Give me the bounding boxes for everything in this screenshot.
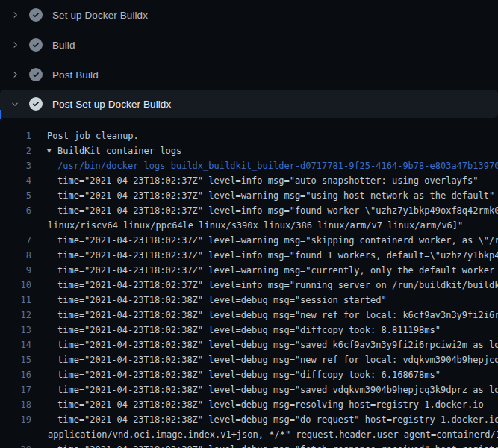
steps-list: Set up Docker Buildx Build [0,0,498,118]
line-number-link[interactable]: 5 [0,188,31,203]
line-number-link[interactable]: 9 [0,263,31,278]
line-number-link[interactable]: 2 [0,143,31,158]
log-line: 9 ▼time="2021-04-23T18:02:37Z" level=war… [0,263,498,278]
line-number-link[interactable]: 1 [0,128,31,143]
log-line: 17 ▼time="2021-04-23T18:02:38Z" level=de… [0,382,498,397]
log-text: ▼BuildKit container logs [31,143,181,158]
step-header[interactable]: Post Build [0,60,498,90]
check-circle-icon [29,68,43,81]
chevron-down-icon [10,99,19,108]
log-text: ▼time="2021-04-23T18:02:38Z" level=debug… [31,293,387,308]
log-line: 1 ▼Post job cleanup. [0,128,498,143]
log-line: 16 ▼time="2021-04-23T18:02:38Z" level=de… [0,367,498,382]
log-text: ▼time="2021-04-23T18:02:37Z" level=info … [31,173,479,188]
log-text: ▼/usr/bin/docker logs buildx_buildkit_bu… [31,158,498,173]
log-text: ▼application/vnd.oci.image.index.v1+json… [31,427,498,442]
log-text: ▼time="2021-04-23T18:02:38Z" level=debug… [31,382,498,397]
log-text: ▼time="2021-04-23T18:02:37Z" level=warni… [31,263,498,278]
line-number-link[interactable]: 6 [0,203,31,218]
line-number-link[interactable]: 12 [0,308,31,323]
log-text: ▼time="2021-04-23T18:02:38Z" level=debug… [31,308,498,323]
log-line: 8 ▼time="2021-04-23T18:02:37Z" level=inf… [0,248,498,263]
step-header[interactable]: Build [0,30,498,60]
line-number-link[interactable]: 15 [0,352,31,367]
line-number-link[interactable]: 3 [0,158,31,173]
log-text: ▼time="2021-04-23T18:02:38Z" level=debug… [31,412,498,427]
line-number-link[interactable]: 19 [0,412,31,427]
focus-accent-bar [0,110,1,119]
line-number-link[interactable]: 7 [0,233,31,248]
step-header[interactable]: Post Set up Docker Buildx [0,90,498,118]
log-line: 6 ▼time="2021-04-23T18:02:37Z" level=inf… [0,203,498,218]
line-number-link[interactable]: 16 [0,367,31,382]
log-text: ▼time="2021-04-23T18:02:37Z" level=warni… [31,188,494,203]
line-number-link[interactable]: 4 [0,173,31,188]
actions-log-viewer: Set up Docker Buildx Build [0,0,498,448]
step-title: Set up Docker Buildx [52,10,148,21]
log-line: 5 ▼time="2021-04-23T18:02:37Z" level=war… [0,188,498,203]
chevron-right-icon [10,40,19,49]
line-number-link[interactable] [0,218,31,233]
log-text: ▼Post job cleanup. [31,128,139,143]
log-text: ▼time="2021-04-23T18:02:38Z" level=debug… [31,352,498,367]
line-number-link[interactable]: 20 [0,442,31,448]
log-line: 3 ▼/usr/bin/docker logs buildx_buildkit_… [0,158,498,173]
step-header[interactable]: Set up Docker Buildx [0,0,498,30]
log-text: ▼time="2021-04-23T18:02:38Z" level=debug… [31,367,441,382]
line-number-link[interactable]: 8 [0,248,31,263]
log-text: ▼time="2021-04-23T18:02:37Z" level=info … [31,248,498,263]
log-text: ▼time="2021-04-23T18:02:38Z" level=debug… [31,397,484,412]
log-line: ▼application/vnd.oci.image.index.v1+json… [0,427,498,442]
log-line: 19 ▼time="2021-04-23T18:02:38Z" level=de… [0,412,498,427]
chevron-right-icon [10,70,19,79]
log-line: 11 ▼time="2021-04-23T18:02:38Z" level=de… [0,293,498,308]
group-expand-triangle-icon[interactable]: ▼ [47,143,57,158]
line-number-link[interactable]: 13 [0,323,31,337]
log-text: ▼time="2021-04-23T18:02:38Z" level=debug… [31,323,441,337]
log-text: ▼time="2021-04-23T18:02:37Z" level=info … [31,203,498,218]
check-circle-icon [29,97,43,111]
log-text: ▼time="2021-04-23T18:02:38Z" level=debug… [31,337,498,352]
log-line: 14 ▼time="2021-04-23T18:02:38Z" level=de… [0,337,498,352]
log-text: ▼time="2021-04-23T18:02:37Z" level=warni… [31,233,498,248]
line-number-link[interactable]: 10 [0,278,31,293]
line-number-link[interactable]: 14 [0,337,31,352]
step-title: Post Set up Docker Buildx [52,99,171,110]
log-line: 18 ▼time="2021-04-23T18:02:38Z" level=de… [0,397,498,412]
log-text: ▼linux/riscv64 linux/ppc64le linux/s390x… [31,218,463,233]
log-line: 2 ▼BuildKit container logs [0,143,498,158]
log-text: ▼time="2021-04-23T18:02:37Z" level=info … [31,278,498,293]
check-circle-icon [29,38,43,52]
log-line: 15 ▼time="2021-04-23T18:02:38Z" level=de… [0,352,498,367]
log-line: 4 ▼time="2021-04-23T18:02:37Z" level=inf… [0,173,498,188]
line-number-link[interactable]: 11 [0,293,31,308]
log-panel: 1 ▼Post job cleanup. 2 ▼BuildKit contain… [0,118,498,448]
log-line: 12 ▼time="2021-04-23T18:02:38Z" level=de… [0,308,498,323]
check-circle-icon [29,8,43,22]
log-line: 20 ▼time="2021-04-23T18:02:38Z" level=de… [0,442,498,448]
chevron-right-icon [10,10,19,19]
line-number-link[interactable] [0,427,31,442]
log-text: ▼time="2021-04-23T18:02:38Z" level=debug… [31,442,498,448]
line-number-link[interactable]: 17 [0,382,31,397]
log-line: 13 ▼time="2021-04-23T18:02:38Z" level=de… [0,323,498,337]
log-line: 10 ▼time="2021-04-23T18:02:37Z" level=in… [0,278,498,293]
log-line: 7 ▼time="2021-04-23T18:02:37Z" level=war… [0,233,498,248]
line-number-link[interactable]: 18 [0,397,31,412]
step-title: Post Build [52,69,99,81]
log-line: ▼linux/riscv64 linux/ppc64le linux/s390x… [0,218,498,233]
step-title: Build [52,40,75,51]
